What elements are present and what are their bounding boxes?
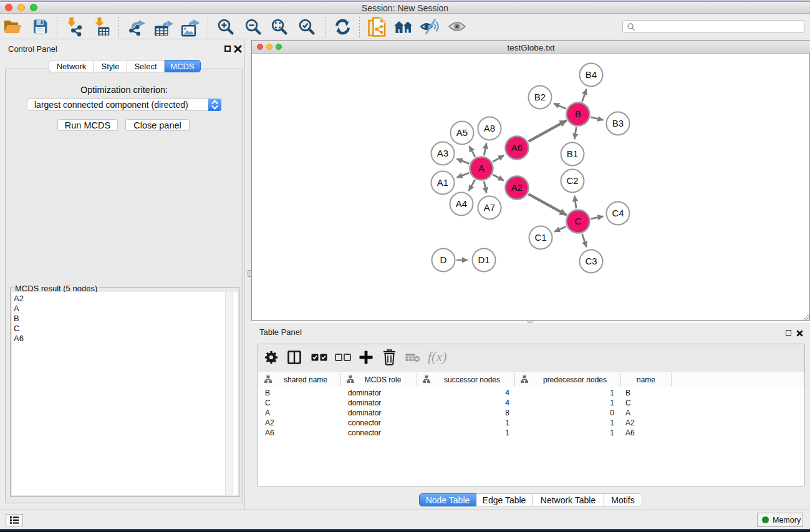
- svg-text:A1: A1: [437, 177, 448, 188]
- svg-text:A3: A3: [437, 148, 448, 158]
- svg-text:A2: A2: [511, 182, 523, 193]
- svg-text:name: name: [637, 375, 655, 384]
- svg-text:C1: C1: [534, 232, 546, 243]
- svg-text:C4: C4: [612, 208, 624, 218]
- svg-text:B1: B1: [567, 148, 578, 159]
- svg-text:MCDS role: MCDS role: [365, 375, 402, 384]
- svg-text:B3: B3: [612, 118, 624, 128]
- svg-text:C: C: [575, 216, 582, 226]
- svg-text:A8: A8: [484, 123, 495, 133]
- svg-text:A6: A6: [511, 142, 523, 153]
- svg-text:A7: A7: [484, 202, 495, 213]
- svg-text:successor nodes: successor nodes: [444, 375, 500, 384]
- svg-text:shared name: shared name: [284, 375, 327, 384]
- svg-text:D: D: [440, 254, 447, 265]
- svg-text:predecessor nodes: predecessor nodes: [543, 375, 607, 384]
- svg-text:A: A: [478, 163, 485, 173]
- svg-text:B4: B4: [586, 69, 597, 80]
- svg-text:C3: C3: [585, 256, 597, 266]
- svg-text:D1: D1: [478, 254, 489, 265]
- svg-text:A5: A5: [456, 127, 468, 138]
- svg-text:B: B: [575, 109, 581, 119]
- svg-text:B2: B2: [534, 92, 546, 102]
- svg-text:A4: A4: [456, 198, 467, 209]
- svg-text:C2: C2: [566, 175, 578, 186]
